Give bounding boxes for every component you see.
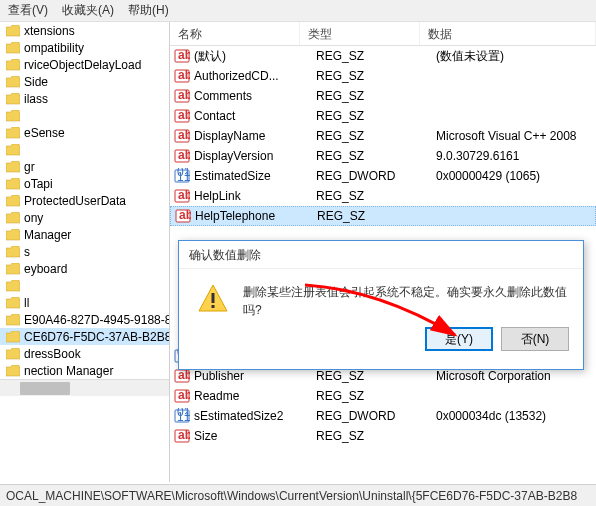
cell-type: REG_SZ	[316, 389, 436, 403]
cell-name: DisplayVersion	[194, 149, 316, 163]
tree-item[interactable]: CE6D76-F5DC-37AB-B2B8-22	[0, 328, 169, 345]
reg-string-icon: ab	[174, 428, 190, 444]
tree-item[interactable]: ilass	[0, 90, 169, 107]
menu-view[interactable]: 查看(V)	[8, 2, 48, 19]
menu-help[interactable]: 帮助(H)	[128, 2, 169, 19]
folder-icon	[6, 331, 20, 343]
tree-item-label: ompatibility	[24, 41, 84, 55]
cell-name: (默认)	[194, 48, 316, 65]
svg-text:ab: ab	[178, 108, 190, 122]
warning-icon	[197, 283, 229, 315]
tree-item[interactable]	[0, 277, 169, 294]
reg-string-icon: ab	[174, 108, 190, 124]
tree-item[interactable]: nection Manager	[0, 362, 169, 379]
cell-type: REG_SZ	[316, 149, 436, 163]
tree-item[interactable]: E90A46-827D-4945-9188-87	[0, 311, 169, 328]
tree-item[interactable]: ompatibility	[0, 39, 169, 56]
list-row[interactable]: 011110EstimatedSizeREG_DWORD0x00000429 (…	[170, 166, 596, 186]
list-row[interactable]: abCommentsREG_SZ	[170, 86, 596, 106]
cell-name: HelpLink	[194, 189, 316, 203]
reg-string-icon: ab	[174, 128, 190, 144]
tree-item[interactable]: s	[0, 243, 169, 260]
folder-icon	[6, 263, 20, 275]
folder-icon	[6, 178, 20, 190]
svg-text:110: 110	[177, 410, 190, 424]
folder-icon	[6, 229, 20, 241]
list-row[interactable]: 011110sEstimatedSize2REG_DWORD0x000034dc…	[170, 406, 596, 426]
tree-item[interactable]: gr	[0, 158, 169, 175]
svg-text:ab: ab	[178, 128, 190, 142]
tree-item-label: eSense	[24, 126, 65, 140]
svg-text:ab: ab	[178, 48, 190, 62]
svg-text:ab: ab	[178, 388, 190, 402]
tree-item[interactable]: rviceObjectDelayLoad	[0, 56, 169, 73]
list-row[interactable]: abDisplayVersionREG_SZ9.0.30729.6161	[170, 146, 596, 166]
tree-item[interactable]: oTapi	[0, 175, 169, 192]
cell-name: Readme	[194, 389, 316, 403]
col-data-header[interactable]: 数据	[420, 22, 596, 45]
cell-data: Microsoft Corporation	[436, 369, 596, 383]
svg-text:ab: ab	[178, 368, 190, 382]
tree-item-label: nection Manager	[24, 364, 113, 378]
tree-item-label: xtensions	[24, 24, 75, 38]
cell-name: HelpTelephone	[195, 209, 317, 223]
cell-type: REG_SZ	[317, 209, 437, 223]
list-row[interactable]: abSizeREG_SZ	[170, 426, 596, 446]
tree-item-label: ProtectedUserData	[24, 194, 126, 208]
cell-type: REG_SZ	[316, 129, 436, 143]
cell-data: 9.0.30729.6161	[436, 149, 596, 163]
list-row[interactable]: abHelpTelephoneREG_SZ	[170, 206, 596, 226]
tree-item[interactable]: eSense	[0, 124, 169, 141]
tree-item[interactable]: ProtectedUserData	[0, 192, 169, 209]
tree-item[interactable]: eyboard	[0, 260, 169, 277]
tree-item-label: CE6D76-F5DC-37AB-B2B8-22	[24, 330, 169, 344]
cell-data: 0x000034dc (13532)	[436, 409, 596, 423]
cell-name: DisplayName	[194, 129, 316, 143]
folder-icon	[6, 93, 20, 105]
list-row[interactable]: abAuthorizedCD...REG_SZ	[170, 66, 596, 86]
reg-string-icon: ab	[174, 368, 190, 384]
cell-type: REG_SZ	[316, 69, 436, 83]
yes-button[interactable]: 是(Y)	[425, 327, 493, 351]
col-type-header[interactable]: 类型	[300, 22, 420, 45]
svg-text:ab: ab	[178, 188, 190, 202]
status-bar: OCAL_MACHINE\SOFTWARE\Microsoft\Windows\…	[0, 484, 596, 506]
folder-icon	[6, 195, 20, 207]
tree-item[interactable]: Side	[0, 73, 169, 90]
svg-text:ab: ab	[178, 428, 190, 442]
cell-name: EstimatedSize	[194, 169, 316, 183]
folder-icon	[6, 144, 20, 156]
cell-name: Comments	[194, 89, 316, 103]
cell-name: Contact	[194, 109, 316, 123]
list-row[interactable]: abContactREG_SZ	[170, 106, 596, 126]
no-button[interactable]: 否(N)	[501, 327, 569, 351]
tree-item-label: s	[24, 245, 30, 259]
reg-string-icon: ab	[174, 388, 190, 404]
tree-hscrollbar[interactable]	[0, 379, 169, 396]
cell-name: Publisher	[194, 369, 316, 383]
cell-type: REG_SZ	[316, 429, 436, 443]
tree-item[interactable]: dressBook	[0, 345, 169, 362]
tree-item[interactable]	[0, 107, 169, 124]
list-row[interactable]: abHelpLinkREG_SZ	[170, 186, 596, 206]
col-name-header[interactable]: 名称	[170, 22, 300, 45]
list-row[interactable]: abReadmeREG_SZ	[170, 386, 596, 406]
menu-favorites[interactable]: 收藏夹(A)	[62, 2, 114, 19]
tree-panel: xtensionsompatibilityrviceObjectDelayLoa…	[0, 22, 170, 482]
folder-icon	[6, 127, 20, 139]
svg-text:ab: ab	[178, 88, 190, 102]
tree-item[interactable]: Manager	[0, 226, 169, 243]
folder-icon	[6, 76, 20, 88]
list-row[interactable]: abDisplayNameREG_SZMicrosoft Visual C++ …	[170, 126, 596, 146]
tree-item[interactable]: ll	[0, 294, 169, 311]
list-row[interactable]: ab(默认)REG_SZ(数值未设置)	[170, 46, 596, 66]
cell-name: sEstimatedSize2	[194, 409, 316, 423]
tree-item-label: Side	[24, 75, 48, 89]
tree-item-label: oTapi	[24, 177, 53, 191]
tree-item[interactable]: xtensions	[0, 22, 169, 39]
tree-item[interactable]	[0, 141, 169, 158]
cell-name: AuthorizedCD...	[194, 69, 316, 83]
tree-item[interactable]: ony	[0, 209, 169, 226]
cell-type: REG_DWORD	[316, 169, 436, 183]
folder-icon	[6, 246, 20, 258]
